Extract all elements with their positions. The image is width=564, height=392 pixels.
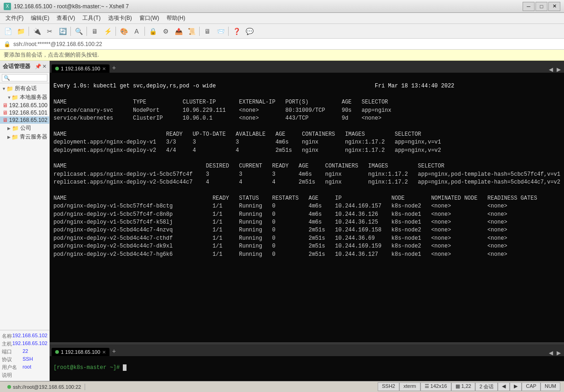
tree-item-all-sessions[interactable]: ▼ 📁 所有会话 [0, 84, 49, 93]
bottom-tab-next-button[interactable]: ▶ [555, 350, 562, 356]
font-button[interactable]: A [131, 26, 143, 37]
status-session-nav-prev[interactable]: ◀ [498, 382, 510, 391]
tree-item-local-server[interactable]: ▼ 📁 本地服务器 [0, 93, 49, 102]
bottom-tab-close-icon[interactable]: ✕ [102, 350, 106, 355]
status-cursor-pos: ▦ 1,22 [451, 382, 475, 391]
terminal-command: Every 1.0s: kubectl get svc,deploy,rs,po… [53, 83, 454, 89]
tree-item-192-168-65-102[interactable]: 🖥 192.168.65.102 [0, 116, 49, 124]
tab-next-button[interactable]: ▶ [555, 66, 562, 73]
settings-button[interactable]: ⚙ [160, 26, 172, 37]
status-connection: ssh://root@192.168.65.100:22 [4, 384, 85, 390]
bottom-terminal-content[interactable]: [root@k8s-master ~]# [50, 356, 564, 381]
maximize-button[interactable]: □ [535, 2, 547, 11]
bottom-tab-bar: 1 192.168.65.100 ✕ + ◀ ▶ [50, 344, 564, 356]
tab-prev-button[interactable]: ◀ [547, 66, 554, 73]
color-button[interactable]: 🎨 [118, 26, 130, 37]
status-dot [7, 385, 11, 389]
terminal-content[interactable]: Every 1.0s: kubectl get svc,deploy,rs,po… [50, 73, 564, 342]
tree-item-192-168-65-101[interactable]: 🖥 192.168.65.101 [0, 109, 49, 116]
info-bar: 要添加当前会话，点击左侧的箭头按钮. [0, 50, 564, 61]
menu-tools[interactable]: 工具(T) [79, 13, 104, 23]
tree-label-192-168-65-101: 192.168.65.101 [9, 110, 47, 116]
disconnect-button[interactable]: ✂ [44, 26, 56, 37]
menu-file[interactable]: 文件(F) [2, 13, 27, 23]
sidebar-pin-button[interactable]: 📌 [35, 63, 41, 69]
prop-label-name: 名称 [2, 333, 12, 340]
bottom-tab-label: 1 192.168.65.100 [61, 349, 100, 355]
bottom-terminal: 1 192.168.65.100 ✕ + ◀ ▶ [root@k8s-maste… [50, 344, 564, 381]
tree-label-company: 公司 [20, 124, 31, 132]
reconnect-button[interactable]: 🔄 [57, 26, 69, 37]
tree-item-192-168-65-100[interactable]: 🖥 192.168.65.100 [0, 102, 49, 109]
toolbar-sep-6 [199, 27, 200, 36]
prop-value-protocol: SSH [23, 356, 47, 363]
tab-add-button[interactable]: + [109, 63, 119, 73]
send-button[interactable]: 📨 [214, 26, 226, 37]
menu-window[interactable]: 窗口(W) [136, 13, 163, 23]
info-text: 要添加当前会话，点击左侧的箭头按钮. [4, 51, 99, 59]
status-session-nav-next[interactable]: ▶ [510, 382, 522, 391]
status-xterm: xterm [399, 382, 420, 391]
tree-label-192-168-65-102: 192.168.65.102 [9, 117, 47, 123]
new-session-button[interactable]: 📄 [2, 26, 14, 37]
search-input[interactable] [2, 74, 47, 81]
main-layout: 会话管理器 📌 ✕ ▼ 📁 所有会话 ▼ 📁 本地服务器 [0, 61, 564, 381]
find-button[interactable]: 🔍 [73, 26, 85, 37]
status-dimensions: ☰ 142x16 [420, 382, 451, 391]
bottom-tab-prev-button[interactable]: ◀ [547, 350, 554, 356]
bottom-tab-add-button[interactable]: + [109, 346, 119, 356]
sidebar-close-button[interactable]: ✕ [42, 63, 46, 69]
menu-edit[interactable]: 编辑(E) [27, 13, 53, 23]
tree-label-qingyun: 青云服务器 [20, 133, 47, 141]
tab-close-icon[interactable]: ✕ [102, 66, 106, 71]
help-button[interactable]: ❓ [230, 26, 242, 37]
tab-192-168-65-100[interactable]: 1 192.168.65.100 ✕ [52, 64, 109, 73]
cursor [123, 364, 127, 371]
menu-tab[interactable]: 选项卡(B) [104, 13, 136, 23]
menu-help[interactable]: 帮助(H) [163, 13, 189, 23]
toolbar-sep-3 [86, 27, 87, 36]
tab-label: 1 192.168.65.100 [61, 66, 100, 71]
status-cap: CAP [522, 382, 541, 391]
top-tab-bar: 1 192.168.65.100 ✕ + ◀ ▶ [50, 61, 564, 73]
address-icon: 🔒 [4, 41, 11, 47]
minimize-button[interactable]: ─ [523, 2, 535, 11]
local-shell-button[interactable]: ⚡ [102, 26, 114, 37]
connect-button[interactable]: 🔌 [31, 26, 43, 37]
prop-description: 说明 [2, 371, 47, 379]
app-icon: X [4, 3, 11, 10]
tab-status-dot [55, 67, 59, 70]
lock-button[interactable]: 🔒 [147, 26, 159, 37]
address-text: ssh://root:******@192.168.65.100:22 [13, 41, 560, 47]
tree-item-qingyun[interactable]: ▶ 📁 青云服务器 [0, 133, 49, 141]
toolbar: 📄 📁 🔌 ✂ 🔄 🔍 🖥 ⚡ 🎨 A 🔒 ⚙ 📤 📜 🖥 📨 ❓ 💬 [0, 24, 564, 39]
menu-bar: 文件(F) 编辑(E) 查看(V) 工具(T) 选项卡(B) 窗口(W) 帮助(… [0, 13, 564, 24]
screen-button[interactable]: 🖥 [201, 26, 213, 37]
prompt: [root@k8s-master ~]# [53, 364, 123, 371]
tab-navigation: ◀ ▶ [547, 66, 562, 73]
sidebar-title: 会话管理器 [3, 63, 30, 70]
close-button[interactable]: ✕ [548, 2, 560, 11]
title-bar: X 192.168.65.100 - root@k8s-master:~ - X… [0, 0, 564, 13]
transfer-button[interactable]: 📤 [173, 26, 184, 37]
prop-value-name: 192.168.65.102 [12, 333, 47, 340]
tree-item-company[interactable]: ▶ 📁 公司 [0, 124, 49, 133]
bottom-tab-192-168-65-100[interactable]: 1 192.168.65.100 ✕ [52, 348, 109, 356]
session-tree: ▼ 📁 所有会话 ▼ 📁 本地服务器 🖥 192.168.65.100 [0, 83, 49, 330]
terminal-line-svc-header: NAME TYPE CLUSTER-IP EXTERNAL-IP PORT(S)… [53, 99, 560, 257]
session-manager-button[interactable]: 🖥 [89, 26, 101, 37]
open-button[interactable]: 📁 [15, 26, 27, 37]
prop-host: 主机 192.168.65.102 [2, 340, 47, 348]
terminal-area: 1 192.168.65.100 ✕ + ◀ ▶ Every 1.0s: kub… [50, 61, 564, 381]
toolbar-sep-7 [228, 27, 229, 36]
toolbar-sep-2 [70, 27, 71, 36]
sidebar-controls: 📌 ✕ [35, 63, 46, 69]
window-controls: ─ □ ✕ [523, 2, 560, 11]
window-title: 192.168.65.100 - root@k8s-master:~ - Xsh… [14, 3, 129, 10]
prop-value-port: 22 [23, 348, 47, 355]
status-session-count: 2 会话 [475, 382, 498, 391]
bottom-tab-navigation: ◀ ▶ [547, 350, 562, 356]
chat-button[interactable]: 💬 [243, 26, 255, 37]
menu-view[interactable]: 查看(V) [53, 13, 79, 23]
script-button[interactable]: 📜 [185, 26, 197, 37]
